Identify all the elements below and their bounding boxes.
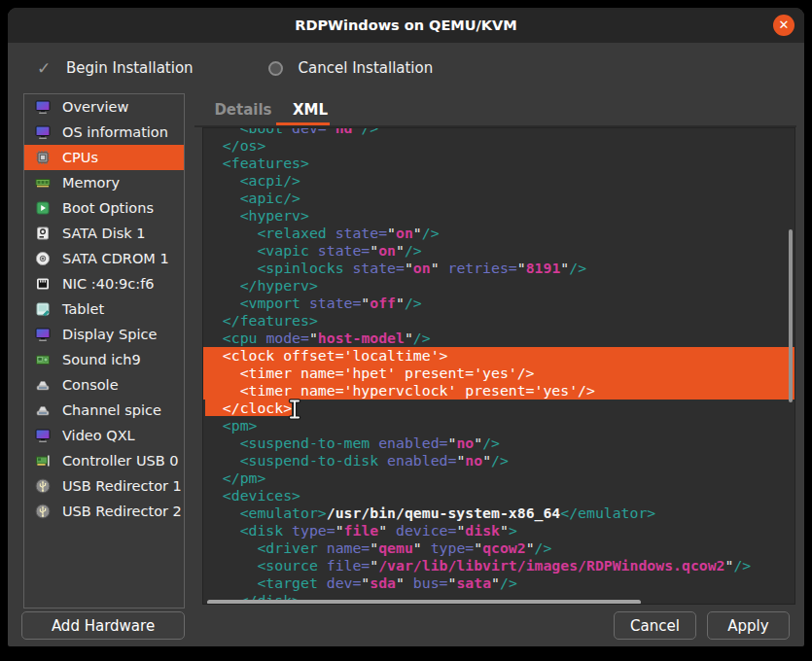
sidebar-item-os-information[interactable]: OS information xyxy=(24,120,184,145)
monitor-icon xyxy=(35,124,51,140)
toolbar: ✓ Begin Installation Cancel Installation xyxy=(8,43,804,93)
window-title: RDPWindows on QEMU/KVM xyxy=(8,8,804,43)
xml-code-line[interactable]: <spinlocks state="on" retries="8191"/> xyxy=(203,260,794,277)
add-hardware-button[interactable]: Add Hardware xyxy=(21,611,185,640)
vm-details-window: RDPWindows on QEMU/KVM ✕ ✓ Begin Install… xyxy=(8,8,804,646)
tab-details-label: Details xyxy=(214,101,271,119)
sidebar-item-overview[interactable]: Overview xyxy=(24,94,184,120)
sidebar-item-label: NIC :40:9c:f6 xyxy=(62,276,155,292)
tab-details[interactable]: Details xyxy=(204,93,282,126)
sound-icon xyxy=(35,352,51,367)
begin-installation-button[interactable]: ✓ Begin Installation xyxy=(21,51,203,86)
sidebar-item-label: Boot Options xyxy=(62,200,154,216)
sidebar-item-label: Channel spice xyxy=(62,402,161,418)
sidebar-item-boot-options[interactable]: Boot Options xyxy=(24,195,184,221)
usb-icon xyxy=(35,504,51,519)
xml-code[interactable]: <boot dev='hd'/> </os> <features> <acpi/… xyxy=(203,127,794,605)
memory-icon xyxy=(35,175,51,191)
xml-code-line[interactable]: <features> xyxy=(203,155,794,172)
sidebar-item-label: Video QXL xyxy=(62,428,135,443)
sidebar-item-sata-cdrom-1[interactable]: SATA CDROM 1 xyxy=(24,246,184,271)
close-icon: ✕ xyxy=(779,17,790,32)
sidebar-item-label: Tablet xyxy=(62,301,104,317)
cdrom-icon xyxy=(35,251,51,266)
cancel-installation-button[interactable]: Cancel Installation xyxy=(254,51,443,86)
xml-code-line[interactable]: <timer name='hypervclock' present='yes'/… xyxy=(203,382,794,400)
boot-icon xyxy=(35,200,51,216)
xml-code-line[interactable]: <clock offset='localtime'> xyxy=(203,347,794,365)
sidebar-item-video-qxl[interactable]: Video QXL xyxy=(24,423,184,448)
apply-button[interactable]: Apply xyxy=(707,611,790,640)
sidebar-item-label: Controller USB 0 xyxy=(62,453,179,469)
monitor-icon xyxy=(35,428,51,443)
xml-code-line[interactable]: <boot dev='hd'/> xyxy=(203,127,794,137)
text-cursor-pointer xyxy=(288,399,301,420)
sidebar-item-label: Overview xyxy=(62,99,128,115)
xml-editor[interactable]: <boot dev='hd'/> </os> <features> <acpi/… xyxy=(202,127,795,605)
sidebar-item-memory[interactable]: Memory xyxy=(24,170,184,195)
sidebar-item-controller-usb-0[interactable]: Controller USB 0 xyxy=(24,448,184,473)
sidebar-item-channel-spice[interactable]: Channel spice xyxy=(24,398,184,423)
sidebar-item-nic-40-9c-f6[interactable]: NIC :40:9c:f6 xyxy=(24,271,184,296)
xml-code-line[interactable]: <acpi/> xyxy=(203,172,794,190)
xml-code-line[interactable]: <source file="/var/lib/libvirt/images/RD… xyxy=(203,557,794,574)
sidebar-item-label: OS information xyxy=(62,124,168,140)
hardware-list: OverviewOS informationCPUsMemoryBoot Opt… xyxy=(23,93,185,609)
nic-icon xyxy=(35,276,51,292)
sidebar-item-label: Memory xyxy=(62,175,120,191)
xml-code-line[interactable]: <devices> xyxy=(203,487,794,504)
sidebar-item-label: Sound ich9 xyxy=(62,352,141,367)
sidebar-item-label: CPUs xyxy=(62,150,98,165)
close-button[interactable]: ✕ xyxy=(773,15,794,36)
sidebar-item-label: USB Redirector 2 xyxy=(62,504,182,519)
cancel-installation-label: Cancel Installation xyxy=(299,59,434,77)
console-icon xyxy=(35,402,51,418)
sidebar-item-sound-ich9[interactable]: Sound ich9 xyxy=(24,347,184,372)
xml-code-line[interactable]: <emulator>/usr/bin/qemu-system-x86_64</e… xyxy=(203,504,794,522)
sidebar-item-cpus[interactable]: CPUs xyxy=(24,145,184,170)
xml-code-line[interactable]: </os> xyxy=(203,137,794,155)
tab-xml[interactable]: XML xyxy=(283,93,337,126)
radio-icon xyxy=(264,59,289,77)
tab-xml-label: XML xyxy=(293,101,328,119)
sidebar-item-label: Display Spice xyxy=(62,327,157,342)
disk-icon xyxy=(35,226,51,241)
cpu-icon xyxy=(35,150,51,165)
sidebar-item-label: SATA CDROM 1 xyxy=(62,251,169,266)
console-icon xyxy=(35,377,51,393)
xml-code-line[interactable]: </pm> xyxy=(203,470,794,487)
usb-icon xyxy=(35,478,51,494)
vertical-scrollbar[interactable] xyxy=(789,229,793,402)
xml-code-line[interactable]: <vmport state="off"/> xyxy=(203,295,794,312)
xml-code-line[interactable]: <target dev="sda" bus="sata"/> xyxy=(203,574,794,592)
tablet-icon xyxy=(35,301,51,317)
titlebar[interactable]: RDPWindows on QEMU/KVM ✕ xyxy=(8,8,804,43)
sidebar-item-label: SATA Disk 1 xyxy=(62,226,146,241)
sidebar-item-sata-disk-1[interactable]: SATA Disk 1 xyxy=(24,221,184,246)
xml-code-line[interactable]: </features> xyxy=(203,312,794,330)
xml-code-line[interactable]: <relaxed state="on"/> xyxy=(203,225,794,242)
xml-code-line[interactable]: <vapic state="on"/> xyxy=(203,242,794,260)
xml-code-line[interactable]: <driver name="qemu" type="qcow2"/> xyxy=(203,539,794,557)
sidebar-item-usb-redirector-2[interactable]: USB Redirector 2 xyxy=(24,499,184,524)
xml-code-line[interactable]: <hyperv> xyxy=(203,207,794,225)
xml-code-line[interactable]: <suspend-to-disk enabled="no"/> xyxy=(203,452,794,470)
sidebar-item-label: USB Redirector 1 xyxy=(62,478,182,494)
xml-code-line[interactable]: <timer name='hpet' present='yes'/> xyxy=(203,365,794,382)
check-icon: ✓ xyxy=(31,58,56,78)
xml-code-line[interactable]: <cpu mode="host-model"/> xyxy=(203,330,794,347)
usb-controller-icon xyxy=(35,453,51,469)
xml-code-line[interactable]: </hyperv> xyxy=(203,277,794,295)
monitor-icon xyxy=(35,99,51,115)
sidebar-item-display-spice[interactable]: Display Spice xyxy=(24,322,184,347)
sidebar-item-label: Console xyxy=(62,377,119,393)
cancel-button[interactable]: Cancel xyxy=(614,611,696,640)
xml-code-line[interactable]: <disk type="file" device="disk"> xyxy=(203,522,794,539)
sidebar-item-console[interactable]: Console xyxy=(24,372,184,398)
sidebar-item-tablet[interactable]: Tablet xyxy=(24,296,184,322)
begin-installation-label: Begin Installation xyxy=(66,59,194,77)
sidebar-item-usb-redirector-1[interactable]: USB Redirector 1 xyxy=(24,473,184,499)
xml-code-line[interactable]: <suspend-to-mem enabled="no"/> xyxy=(203,435,794,452)
xml-code-line[interactable]: <apic/> xyxy=(203,190,794,207)
monitor-icon xyxy=(35,327,51,342)
